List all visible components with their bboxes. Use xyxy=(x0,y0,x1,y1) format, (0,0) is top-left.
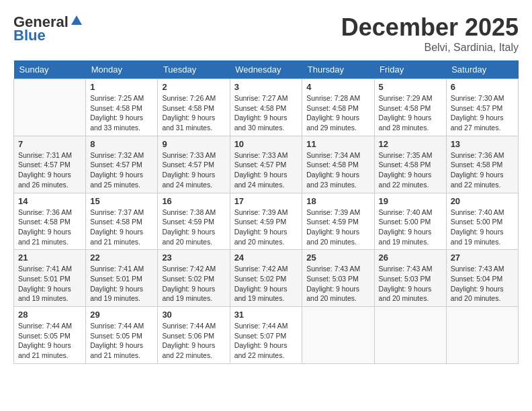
day-number: 15 xyxy=(90,196,153,206)
day-info: Sunrise: 7:40 AMSunset: 5:00 PMDaylight:… xyxy=(451,208,514,247)
day-number: 21 xyxy=(18,253,81,263)
day-info: Sunrise: 7:44 AMSunset: 5:05 PMDaylight:… xyxy=(90,321,153,361)
day-info: Sunrise: 7:33 AMSunset: 4:57 PMDaylight:… xyxy=(162,150,225,190)
day-number: 24 xyxy=(234,253,298,263)
calendar-week-row: 21Sunrise: 7:41 AMSunset: 5:01 PMDayligh… xyxy=(14,250,519,307)
calendar-cell: 22Sunrise: 7:41 AMSunset: 5:01 PMDayligh… xyxy=(86,250,158,307)
calendar-cell: 16Sunrise: 7:38 AMSunset: 4:59 PMDayligh… xyxy=(158,193,230,250)
logo-icon xyxy=(70,14,83,28)
day-number: 7 xyxy=(18,139,81,149)
day-info: Sunrise: 7:44 AMSunset: 5:06 PMDaylight:… xyxy=(162,321,225,361)
calendar-cell: 31Sunrise: 7:44 AMSunset: 5:07 PMDayligh… xyxy=(230,307,302,364)
day-info: Sunrise: 7:39 AMSunset: 4:59 PMDaylight:… xyxy=(306,208,369,247)
day-info: Sunrise: 7:40 AMSunset: 5:00 PMDaylight:… xyxy=(379,208,442,247)
month-title: December 2025 xyxy=(341,13,519,42)
calendar-cell: 21Sunrise: 7:41 AMSunset: 5:01 PMDayligh… xyxy=(14,250,86,307)
day-number: 20 xyxy=(451,196,514,206)
day-number: 14 xyxy=(18,196,81,206)
day-number: 2 xyxy=(162,82,225,92)
calendar-cell: 17Sunrise: 7:39 AMSunset: 4:59 PMDayligh… xyxy=(230,193,302,250)
day-info: Sunrise: 7:31 AMSunset: 4:57 PMDaylight:… xyxy=(18,150,81,190)
svg-marker-0 xyxy=(71,15,82,25)
day-info: Sunrise: 7:43 AMSunset: 5:03 PMDaylight:… xyxy=(306,264,369,304)
day-number: 31 xyxy=(234,310,298,320)
calendar-cell: 29Sunrise: 7:44 AMSunset: 5:05 PMDayligh… xyxy=(86,307,158,364)
calendar-cell xyxy=(374,307,446,364)
day-number: 13 xyxy=(451,139,514,149)
day-number: 5 xyxy=(379,82,442,92)
calendar-table: SundayMondayTuesdayWednesdayThursdayFrid… xyxy=(13,60,519,364)
day-info: Sunrise: 7:44 AMSunset: 5:05 PMDaylight:… xyxy=(18,321,81,361)
calendar-cell: 3Sunrise: 7:27 AMSunset: 4:58 PMDaylight… xyxy=(230,79,302,136)
title-section: December 2025 Belvi, Sardinia, Italy xyxy=(341,13,519,54)
day-number: 25 xyxy=(306,253,369,263)
weekday-header-tuesday: Tuesday xyxy=(158,60,230,79)
calendar-cell: 7Sunrise: 7:31 AMSunset: 4:57 PMDaylight… xyxy=(14,136,86,193)
day-number: 30 xyxy=(162,310,225,320)
day-info: Sunrise: 7:43 AMSunset: 5:03 PMDaylight:… xyxy=(379,264,442,304)
day-info: Sunrise: 7:28 AMSunset: 4:58 PMDaylight:… xyxy=(306,93,369,133)
day-info: Sunrise: 7:41 AMSunset: 5:01 PMDaylight:… xyxy=(18,264,81,304)
calendar-cell: 15Sunrise: 7:37 AMSunset: 4:58 PMDayligh… xyxy=(86,193,158,250)
day-number: 19 xyxy=(379,196,442,206)
calendar-cell: 24Sunrise: 7:42 AMSunset: 5:02 PMDayligh… xyxy=(230,250,302,307)
day-number: 18 xyxy=(306,196,369,206)
calendar-week-row: 7Sunrise: 7:31 AMSunset: 4:57 PMDaylight… xyxy=(14,136,519,193)
day-info: Sunrise: 7:26 AMSunset: 4:58 PMDaylight:… xyxy=(162,93,225,133)
location-text: Belvi, Sardinia, Italy xyxy=(341,42,519,54)
day-info: Sunrise: 7:36 AMSunset: 4:58 PMDaylight:… xyxy=(451,150,514,190)
day-info: Sunrise: 7:33 AMSunset: 4:57 PMDaylight:… xyxy=(234,150,298,190)
calendar-cell: 20Sunrise: 7:40 AMSunset: 5:00 PMDayligh… xyxy=(446,193,518,250)
calendar-week-row: 14Sunrise: 7:36 AMSunset: 4:58 PMDayligh… xyxy=(14,193,519,250)
day-number: 4 xyxy=(306,82,369,92)
day-info: Sunrise: 7:42 AMSunset: 5:02 PMDaylight:… xyxy=(162,264,225,304)
calendar-cell: 26Sunrise: 7:43 AMSunset: 5:03 PMDayligh… xyxy=(374,250,446,307)
weekday-header-thursday: Thursday xyxy=(302,60,374,79)
day-number: 1 xyxy=(90,82,153,92)
day-number: 23 xyxy=(162,253,225,263)
day-number: 6 xyxy=(451,82,514,92)
calendar-cell: 23Sunrise: 7:42 AMSunset: 5:02 PMDayligh… xyxy=(158,250,230,307)
day-info: Sunrise: 7:34 AMSunset: 4:58 PMDaylight:… xyxy=(306,150,369,190)
day-info: Sunrise: 7:43 AMSunset: 5:04 PMDaylight:… xyxy=(451,264,514,304)
day-info: Sunrise: 7:41 AMSunset: 5:01 PMDaylight:… xyxy=(90,264,153,304)
day-number: 8 xyxy=(90,139,153,149)
day-info: Sunrise: 7:38 AMSunset: 4:59 PMDaylight:… xyxy=(162,208,225,247)
calendar-week-row: 28Sunrise: 7:44 AMSunset: 5:05 PMDayligh… xyxy=(14,307,519,364)
day-info: Sunrise: 7:39 AMSunset: 4:59 PMDaylight:… xyxy=(234,208,298,247)
weekday-header-friday: Friday xyxy=(374,60,446,79)
day-number: 16 xyxy=(162,196,225,206)
day-number: 29 xyxy=(90,310,153,320)
calendar-cell: 18Sunrise: 7:39 AMSunset: 4:59 PMDayligh… xyxy=(302,193,374,250)
day-number: 17 xyxy=(234,196,298,206)
weekday-header-wednesday: Wednesday xyxy=(230,60,302,79)
calendar-cell: 9Sunrise: 7:33 AMSunset: 4:57 PMDaylight… xyxy=(158,136,230,193)
calendar-cell xyxy=(302,307,374,364)
calendar-cell: 28Sunrise: 7:44 AMSunset: 5:05 PMDayligh… xyxy=(14,307,86,364)
calendar-cell: 1Sunrise: 7:25 AMSunset: 4:58 PMDaylight… xyxy=(86,79,158,136)
calendar-cell: 13Sunrise: 7:36 AMSunset: 4:58 PMDayligh… xyxy=(446,136,518,193)
calendar-cell: 27Sunrise: 7:43 AMSunset: 5:04 PMDayligh… xyxy=(446,250,518,307)
day-info: Sunrise: 7:42 AMSunset: 5:02 PMDaylight:… xyxy=(234,264,298,304)
day-info: Sunrise: 7:27 AMSunset: 4:58 PMDaylight:… xyxy=(234,93,298,133)
day-info: Sunrise: 7:35 AMSunset: 4:58 PMDaylight:… xyxy=(379,150,442,190)
calendar-cell: 6Sunrise: 7:30 AMSunset: 4:57 PMDaylight… xyxy=(446,79,518,136)
calendar-cell: 5Sunrise: 7:29 AMSunset: 4:58 PMDaylight… xyxy=(374,79,446,136)
calendar-cell: 19Sunrise: 7:40 AMSunset: 5:00 PMDayligh… xyxy=(374,193,446,250)
calendar-cell: 8Sunrise: 7:32 AMSunset: 4:57 PMDaylight… xyxy=(86,136,158,193)
calendar-cell: 14Sunrise: 7:36 AMSunset: 4:58 PMDayligh… xyxy=(14,193,86,250)
day-number: 27 xyxy=(451,253,514,263)
calendar-cell: 4Sunrise: 7:28 AMSunset: 4:58 PMDaylight… xyxy=(302,79,374,136)
page-header: General Blue December 2025 Belvi, Sardin… xyxy=(13,13,519,54)
calendar-cell: 12Sunrise: 7:35 AMSunset: 4:58 PMDayligh… xyxy=(374,136,446,193)
day-info: Sunrise: 7:29 AMSunset: 4:58 PMDaylight:… xyxy=(379,93,442,133)
day-info: Sunrise: 7:30 AMSunset: 4:57 PMDaylight:… xyxy=(451,93,514,133)
day-info: Sunrise: 7:32 AMSunset: 4:57 PMDaylight:… xyxy=(90,150,153,190)
calendar-cell xyxy=(446,307,518,364)
day-info: Sunrise: 7:36 AMSunset: 4:58 PMDaylight:… xyxy=(18,208,81,247)
calendar-header-row: SundayMondayTuesdayWednesdayThursdayFrid… xyxy=(14,60,519,79)
calendar-cell: 10Sunrise: 7:33 AMSunset: 4:57 PMDayligh… xyxy=(230,136,302,193)
day-info: Sunrise: 7:44 AMSunset: 5:07 PMDaylight:… xyxy=(234,321,298,361)
day-number: 28 xyxy=(18,310,81,320)
calendar-cell: 2Sunrise: 7:26 AMSunset: 4:58 PMDaylight… xyxy=(158,79,230,136)
